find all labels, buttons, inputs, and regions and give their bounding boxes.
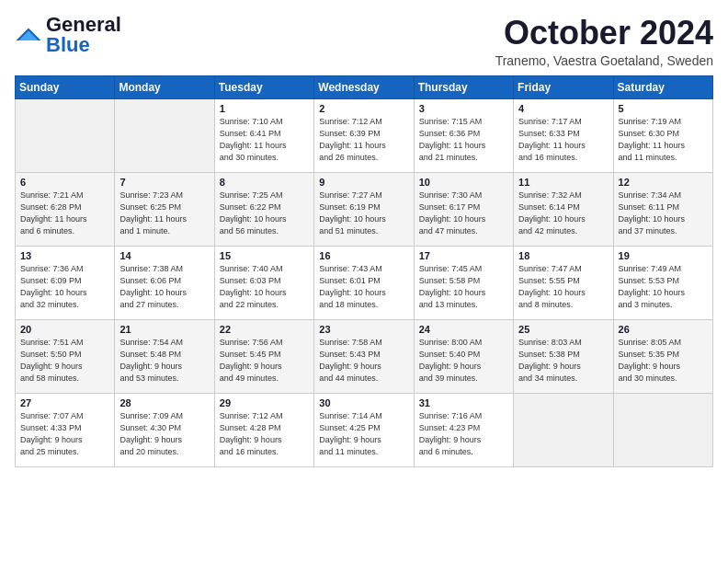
day-number: 26 [619, 324, 708, 335]
day-info: Sunrise: 8:05 AM Sunset: 5:35 PM Dayligh… [619, 337, 708, 385]
day-number: 30 [319, 397, 408, 408]
logo-text: GeneralBlue [46, 15, 121, 55]
calendar-cell: 3Sunrise: 7:15 AM Sunset: 6:36 PM Daylig… [414, 98, 513, 172]
calendar-cell: 17Sunrise: 7:45 AM Sunset: 5:58 PM Dayli… [414, 246, 513, 319]
weekday-header: Sunday [16, 75, 115, 98]
calendar-subtitle: Tranemo, Vaestra Goetaland, Sweden [495, 53, 713, 68]
day-info: Sunrise: 7:14 AM Sunset: 4:25 PM Dayligh… [319, 410, 408, 458]
calendar-cell: 18Sunrise: 7:47 AM Sunset: 5:55 PM Dayli… [514, 246, 613, 319]
day-number: 16 [319, 250, 408, 261]
calendar-cell: 19Sunrise: 7:49 AM Sunset: 5:53 PM Dayli… [613, 246, 712, 319]
day-number: 24 [419, 324, 508, 335]
calendar-cell: 27Sunrise: 7:07 AM Sunset: 4:33 PM Dayli… [16, 393, 115, 466]
calendar-cell [514, 393, 613, 466]
day-number: 22 [220, 324, 309, 335]
day-number: 21 [119, 324, 209, 335]
day-number: 1 [220, 103, 309, 114]
day-info: Sunrise: 7:10 AM Sunset: 6:41 PM Dayligh… [220, 116, 309, 164]
day-info: Sunrise: 7:49 AM Sunset: 5:53 PM Dayligh… [619, 263, 708, 311]
day-info: Sunrise: 7:15 AM Sunset: 6:36 PM Dayligh… [419, 116, 508, 164]
logo: GeneralBlue [15, 15, 121, 55]
day-info: Sunrise: 7:12 AM Sunset: 4:28 PM Dayligh… [220, 410, 309, 458]
day-number: 17 [419, 250, 508, 261]
day-info: Sunrise: 7:32 AM Sunset: 6:14 PM Dayligh… [518, 190, 608, 237]
calendar-cell: 22Sunrise: 7:56 AM Sunset: 5:45 PM Dayli… [214, 319, 313, 393]
day-info: Sunrise: 7:30 AM Sunset: 6:17 PM Dayligh… [419, 190, 508, 237]
day-number: 31 [419, 397, 508, 408]
day-number: 3 [419, 103, 508, 114]
day-info: Sunrise: 7:56 AM Sunset: 5:45 PM Dayligh… [220, 337, 309, 385]
day-number: 9 [319, 177, 408, 188]
calendar-title: October 2024 [495, 15, 713, 52]
logo-icon [15, 27, 42, 43]
title-section: October 2024 Tranemo, Vaestra Goetaland,… [495, 15, 713, 68]
calendar-table: SundayMondayTuesdayWednesdayThursdayFrid… [15, 75, 713, 467]
day-number: 20 [20, 324, 109, 335]
calendar-cell: 25Sunrise: 8:03 AM Sunset: 5:38 PM Dayli… [514, 319, 613, 393]
day-number: 8 [220, 177, 309, 188]
page-header: GeneralBlue October 2024 Tranemo, Vaestr… [15, 15, 713, 68]
day-info: Sunrise: 7:23 AM Sunset: 6:25 PM Dayligh… [119, 190, 209, 237]
calendar-cell: 16Sunrise: 7:43 AM Sunset: 6:01 PM Dayli… [314, 246, 414, 319]
calendar-cell: 14Sunrise: 7:38 AM Sunset: 6:06 PM Dayli… [115, 246, 214, 319]
calendar-cell: 20Sunrise: 7:51 AM Sunset: 5:50 PM Dayli… [16, 319, 115, 393]
day-number: 18 [518, 250, 608, 261]
weekday-header: Saturday [613, 75, 712, 98]
day-info: Sunrise: 7:16 AM Sunset: 4:23 PM Dayligh… [419, 410, 508, 458]
calendar-cell: 8Sunrise: 7:25 AM Sunset: 6:22 PM Daylig… [214, 172, 313, 246]
day-info: Sunrise: 7:40 AM Sunset: 6:03 PM Dayligh… [220, 263, 309, 311]
calendar-cell: 1Sunrise: 7:10 AM Sunset: 6:41 PM Daylig… [214, 98, 313, 172]
calendar-cell: 2Sunrise: 7:12 AM Sunset: 6:39 PM Daylig… [314, 98, 414, 172]
calendar-cell: 10Sunrise: 7:30 AM Sunset: 6:17 PM Dayli… [414, 172, 513, 246]
day-info: Sunrise: 7:27 AM Sunset: 6:19 PM Dayligh… [319, 190, 408, 237]
day-info: Sunrise: 7:12 AM Sunset: 6:39 PM Dayligh… [319, 116, 408, 164]
day-number: 28 [119, 397, 209, 408]
weekday-header: Tuesday [214, 75, 313, 98]
day-number: 19 [619, 250, 708, 261]
day-info: Sunrise: 7:07 AM Sunset: 4:33 PM Dayligh… [20, 410, 109, 458]
day-number: 4 [518, 103, 608, 114]
day-info: Sunrise: 7:09 AM Sunset: 4:30 PM Dayligh… [119, 410, 209, 458]
calendar-cell: 29Sunrise: 7:12 AM Sunset: 4:28 PM Dayli… [214, 393, 313, 466]
calendar-cell: 23Sunrise: 7:58 AM Sunset: 5:43 PM Dayli… [314, 319, 414, 393]
day-info: Sunrise: 7:25 AM Sunset: 6:22 PM Dayligh… [220, 190, 309, 237]
calendar-cell: 24Sunrise: 8:00 AM Sunset: 5:40 PM Dayli… [414, 319, 513, 393]
day-info: Sunrise: 7:21 AM Sunset: 6:28 PM Dayligh… [20, 190, 109, 237]
day-info: Sunrise: 8:00 AM Sunset: 5:40 PM Dayligh… [419, 337, 508, 385]
day-info: Sunrise: 7:38 AM Sunset: 6:06 PM Dayligh… [119, 263, 209, 311]
calendar-cell: 6Sunrise: 7:21 AM Sunset: 6:28 PM Daylig… [16, 172, 115, 246]
day-info: Sunrise: 7:36 AM Sunset: 6:09 PM Dayligh… [20, 263, 109, 311]
calendar-cell: 13Sunrise: 7:36 AM Sunset: 6:09 PM Dayli… [16, 246, 115, 319]
calendar-cell: 21Sunrise: 7:54 AM Sunset: 5:48 PM Dayli… [115, 319, 214, 393]
calendar-cell: 30Sunrise: 7:14 AM Sunset: 4:25 PM Dayli… [314, 393, 414, 466]
day-number: 5 [619, 103, 708, 114]
day-info: Sunrise: 7:19 AM Sunset: 6:30 PM Dayligh… [619, 116, 708, 164]
calendar-cell: 26Sunrise: 8:05 AM Sunset: 5:35 PM Dayli… [613, 319, 712, 393]
day-number: 6 [20, 177, 109, 188]
weekday-header: Monday [115, 75, 214, 98]
calendar-cell: 9Sunrise: 7:27 AM Sunset: 6:19 PM Daylig… [314, 172, 414, 246]
calendar-cell [115, 98, 214, 172]
day-number: 13 [20, 250, 109, 261]
calendar-cell: 11Sunrise: 7:32 AM Sunset: 6:14 PM Dayli… [514, 172, 613, 246]
day-number: 2 [319, 103, 408, 114]
weekday-header: Friday [514, 75, 613, 98]
calendar-cell: 15Sunrise: 7:40 AM Sunset: 6:03 PM Dayli… [214, 246, 313, 319]
day-number: 7 [119, 177, 209, 188]
calendar-cell: 28Sunrise: 7:09 AM Sunset: 4:30 PM Dayli… [115, 393, 214, 466]
day-number: 25 [518, 324, 608, 335]
day-info: Sunrise: 7:43 AM Sunset: 6:01 PM Dayligh… [319, 263, 408, 311]
calendar-cell: 5Sunrise: 7:19 AM Sunset: 6:30 PM Daylig… [613, 98, 712, 172]
day-info: Sunrise: 7:58 AM Sunset: 5:43 PM Dayligh… [319, 337, 408, 385]
day-info: Sunrise: 7:17 AM Sunset: 6:33 PM Dayligh… [518, 116, 608, 164]
day-number: 10 [419, 177, 508, 188]
day-number: 29 [220, 397, 309, 408]
day-number: 14 [119, 250, 209, 261]
weekday-header: Wednesday [314, 75, 414, 98]
day-info: Sunrise: 7:45 AM Sunset: 5:58 PM Dayligh… [419, 263, 508, 311]
day-info: Sunrise: 7:34 AM Sunset: 6:11 PM Dayligh… [619, 190, 708, 237]
day-number: 15 [220, 250, 309, 261]
day-info: Sunrise: 7:54 AM Sunset: 5:48 PM Dayligh… [119, 337, 209, 385]
calendar-cell [613, 393, 712, 466]
day-number: 12 [619, 177, 708, 188]
